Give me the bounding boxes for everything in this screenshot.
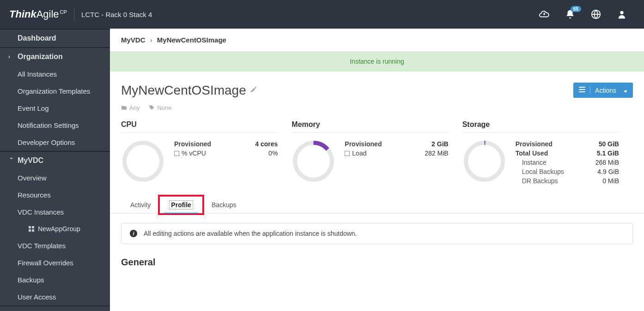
memory-title: Memory: [292, 120, 448, 133]
caret-down-icon: [621, 87, 627, 94]
info-notice: i All editing actions are available when…: [121, 223, 633, 244]
svg-point-13: [466, 143, 503, 180]
breadcrumb-separator: ›: [150, 36, 152, 44]
edit-title-icon[interactable]: [250, 86, 257, 95]
list-icon: [579, 86, 590, 94]
actions-button[interactable]: Actions: [573, 83, 633, 98]
sidebar-item-vdc-instances[interactable]: VDC Instances: [0, 203, 110, 221]
sidebar-item-event-log[interactable]: Event Log: [0, 100, 110, 117]
memory-load-value: 282 MiB: [425, 150, 448, 157]
actions-label: Actions: [595, 87, 616, 94]
storage-dr-label: DR Backups: [516, 177, 558, 185]
cpu-vcpu-value: 0%: [268, 150, 278, 157]
label-tag: None: [149, 104, 171, 111]
status-banner: Instance is running: [110, 51, 644, 72]
svg-rect-3: [32, 226, 34, 228]
top-bar: ThinkAgileCP LCTC - Rack 0 Stack 4 65: [0, 0, 644, 29]
folder-tag-text: Any: [129, 104, 140, 111]
svg-rect-7: [579, 89, 585, 90]
sidebar-item-newappgroup[interactable]: NewAppGroup: [0, 221, 110, 237]
storage-prov-label: Provisioned: [516, 140, 553, 148]
sidebar-item-firewall[interactable]: Firewall Overrides: [0, 254, 110, 271]
svg-rect-8: [579, 91, 585, 92]
folder-tag: Any: [121, 104, 140, 111]
svg-rect-6: [579, 87, 585, 88]
tab-backups[interactable]: Backups: [202, 197, 246, 213]
sidebar-item-myvdc[interactable]: ›MyVDC: [0, 152, 110, 169]
svg-point-9: [125, 143, 162, 180]
main-content: MyVDC › MyNewCentOSImage Instance is run…: [110, 29, 644, 311]
svg-point-1: [620, 11, 623, 14]
sidebar-item-notif-settings[interactable]: Notification Settings: [0, 117, 110, 134]
memory-metric: Memory Provisioned2 GiB Load282 MiB: [292, 120, 462, 185]
brand-logo: ThinkAgileCP: [9, 8, 67, 20]
location-label: LCTC - Rack 0 Stack 4: [81, 11, 152, 18]
memory-prov-value: 2 GiB: [431, 140, 449, 148]
info-icon: i: [130, 230, 137, 237]
breadcrumb-leaf: MyNewCentOSImage: [157, 36, 226, 44]
cpu-prov-value: 4 cores: [255, 140, 278, 148]
sidebar-item-all-instances[interactable]: All Instances: [0, 66, 110, 83]
sidebar-label-organization: Organization: [18, 53, 63, 61]
sidebar-item-resources[interactable]: Resources: [0, 186, 110, 203]
storage-local-label: Local Backups: [516, 168, 564, 175]
divider: [74, 7, 74, 21]
notifications-icon[interactable]: 65: [560, 4, 580, 24]
cpu-metric: CPU Provisioned4 cores % vCPU0%: [121, 120, 292, 185]
brand-bold: Think: [9, 8, 36, 20]
storage-total-value: 5.1 GiB: [597, 150, 619, 157]
cpu-donut: [121, 139, 165, 183]
checkbox-icon[interactable]: [345, 151, 350, 156]
sidebar-item-user-access[interactable]: User Access: [0, 288, 110, 305]
chevron-right-icon: ›: [8, 54, 15, 60]
storage-title: Storage: [462, 120, 619, 133]
sidebar-item-organization[interactable]: ›Organization: [0, 48, 110, 66]
cpu-vcpu-label: % vCPU: [182, 150, 206, 157]
brand-sup: CP: [60, 9, 67, 15]
general-header: General: [110, 253, 644, 277]
globe-icon[interactable]: [586, 4, 606, 24]
sidebar-item-vdc-templates[interactable]: VDC Templates: [0, 237, 110, 254]
sidebar-item-dashboard[interactable]: Dashboard: [0, 30, 110, 47]
cpu-prov-label: Provisioned: [174, 140, 211, 148]
cpu-title: CPU: [121, 120, 278, 133]
memory-donut: [292, 139, 335, 183]
checkbox-icon[interactable]: [174, 151, 179, 156]
sidebar: Dashboard ›Organization All Instances Or…: [0, 29, 110, 311]
brand-light: Agile: [36, 8, 59, 20]
storage-instance-value: 268 MiB: [595, 159, 619, 166]
svg-rect-5: [32, 229, 34, 232]
folder-icon: [121, 105, 127, 111]
sidebar-item-overview[interactable]: Overview: [0, 169, 110, 186]
notification-badge: 65: [571, 6, 581, 12]
notice-text: All editing actions are available when t…: [144, 230, 357, 237]
memory-load-label: Load: [352, 150, 366, 157]
chevron-down-icon: ›: [8, 157, 15, 164]
label-tag-text: None: [157, 104, 171, 111]
storage-instance-label: Instance: [516, 159, 547, 166]
page-title: MyNewCentOSImage: [121, 83, 246, 98]
storage-dr-value: 0 MiB: [602, 177, 619, 185]
sidebar-item-backups[interactable]: Backups: [0, 271, 110, 288]
tab-profile-label: Profile: [169, 200, 193, 209]
storage-metric: Storage Provisioned50 GiB Total Used5.1 …: [462, 120, 633, 185]
sidebar-item-dev-options[interactable]: Developer Options: [0, 134, 110, 151]
svg-rect-2: [29, 226, 31, 228]
storage-prov-value: 50 GiB: [599, 140, 619, 148]
memory-prov-label: Provisioned: [345, 140, 382, 148]
sidebar-item-org-templates[interactable]: Organization Templates: [0, 83, 110, 100]
tab-profile[interactable]: Profile: [160, 197, 202, 213]
user-icon[interactable]: [612, 4, 632, 24]
breadcrumb: MyVDC › MyNewCentOSImage: [110, 29, 644, 51]
download-icon[interactable]: [534, 4, 554, 24]
tag-icon: [149, 105, 155, 111]
grid-icon: [29, 226, 34, 232]
breadcrumb-root[interactable]: MyVDC: [121, 36, 146, 44]
storage-local-value: 4.9 GiB: [597, 168, 619, 175]
sidebar-label-myvdc: MyVDC: [18, 156, 43, 165]
storage-donut: [462, 139, 506, 183]
tab-activity[interactable]: Activity: [121, 197, 160, 213]
svg-rect-4: [29, 229, 31, 232]
storage-total-label: Total Used: [516, 150, 548, 157]
tabs: Activity Profile Backups: [110, 197, 644, 214]
